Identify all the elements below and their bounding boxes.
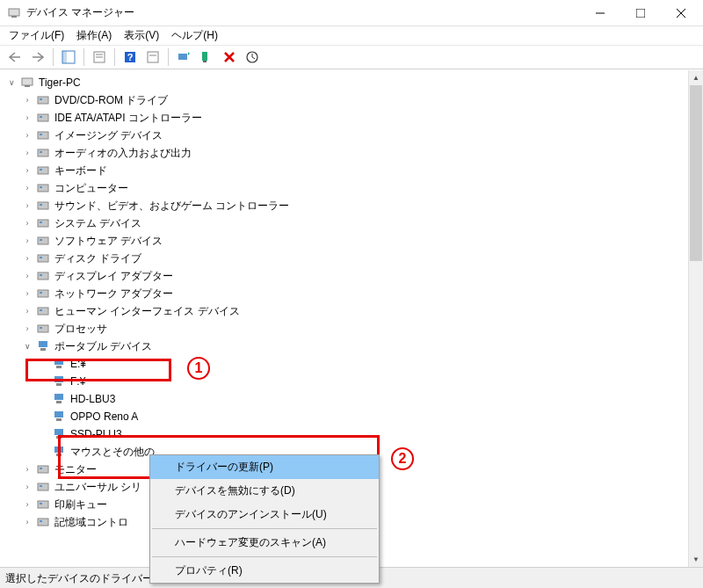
tree-label: SSD-PLU3 [69,427,124,441]
menu-view[interactable]: 表示(V) [119,26,164,45]
tree-category[interactable]: ›サウンド、ビデオ、およびゲーム コントローラー [5,197,703,214]
device-category-icon [36,181,50,195]
maximize-button[interactable] [620,0,661,25]
ctx-disable-device[interactable]: デバイスを無効にする(D) [150,479,379,503]
svg-rect-45 [38,308,48,315]
scroll-down-arrow[interactable]: ▼ [689,552,703,567]
disable-button[interactable] [220,47,239,67]
chevron-right-icon[interactable]: › [21,272,33,280]
chevron-right-icon[interactable]: › [21,96,33,105]
chevron-right-icon[interactable]: › [21,166,33,175]
forward-button[interactable] [28,47,47,67]
svg-rect-48 [40,327,42,329]
svg-rect-29 [38,167,48,174]
svg-rect-60 [56,436,62,439]
ctx-scan-hardware[interactable]: ハードウェア変更のスキャン(A) [150,531,379,555]
menu-action[interactable]: 操作(A) [71,26,117,45]
scroll-thumb[interactable] [690,85,702,261]
action-button[interactable] [143,47,163,67]
svg-rect-65 [38,483,48,490]
menu-file[interactable]: ファイル(F) [4,26,69,45]
chevron-right-icon[interactable]: › [21,500,33,509]
scan-hardware-button[interactable] [243,47,262,67]
chevron-right-icon[interactable]: › [21,465,33,474]
svg-rect-36 [40,221,42,223]
svg-rect-34 [40,204,42,206]
minimize-button[interactable] [580,0,620,25]
device-category-icon [36,515,50,529]
chevron-right-icon[interactable]: › [21,518,33,526]
svg-rect-64 [40,468,42,469]
chevron-right-icon[interactable]: › [21,201,33,210]
scroll-up-arrow[interactable]: ▲ [689,70,703,85]
ctx-update-driver[interactable]: ドライバーの更新(P) [150,455,379,479]
close-button[interactable] [661,0,701,25]
chevron-down-icon[interactable]: ∨ [21,342,33,351]
help-button[interactable]: ? [120,47,140,67]
ctx-uninstall-device[interactable]: デバイスのアンインストール(U) [150,503,379,526]
svg-rect-50 [40,348,46,351]
chevron-right-icon[interactable]: › [21,236,33,245]
tree-device-item[interactable]: ›OPPO Reno A [5,408,703,425]
chevron-right-icon[interactable]: › [21,307,33,316]
tree-device-item[interactable]: ›SSD-PLU3 [5,425,703,443]
tree-category[interactable]: ›ディスプレイ アダプター [5,267,703,285]
vertical-scrollbar[interactable]: ▲ ▼ [688,70,703,567]
svg-rect-7 [62,51,67,63]
ctx-properties[interactable]: プロパティ(R) [150,559,379,583]
back-button[interactable] [5,47,25,67]
svg-rect-41 [38,272,48,279]
show-hide-tree-button[interactable] [59,47,78,67]
tree-category[interactable]: ›プロセッサ [5,320,703,338]
chevron-right-icon[interactable]: › [21,254,33,263]
chevron-right-icon[interactable]: › [21,219,33,228]
menu-help[interactable]: ヘルプ(H) [166,26,223,45]
update-driver-button[interactable] [174,47,193,67]
chevron-right-icon[interactable]: › [21,149,33,157]
tree-category[interactable]: ›イメージング デバイス [5,127,703,144]
tree-device-item[interactable]: ›F:¥ [5,373,703,390]
device-category-icon [36,93,50,107]
svg-rect-32 [40,186,42,188]
tree-category[interactable]: ›IDE ATA/ATAPI コントローラー [5,109,703,127]
tree-root[interactable]: ∨ Tiger-PC [5,74,703,91]
tree-label: E:¥ [69,357,88,371]
portable-device-icon [52,374,66,388]
tree-category[interactable]: ›ヒューマン インターフェイス デバイス [5,302,703,320]
chevron-right-icon[interactable]: › [21,184,33,192]
tree-category[interactable]: ›キーボード [5,162,703,179]
chevron-right-icon[interactable]: › [21,324,33,333]
svg-rect-58 [56,418,62,421]
chevron-right-icon[interactable]: › [21,483,33,491]
svg-rect-51 [54,359,63,365]
properties-button[interactable] [90,47,109,67]
uninstall-button[interactable] [197,47,216,67]
svg-rect-23 [38,114,48,121]
tree-category[interactable]: ›ソフトウェア デバイス [5,232,703,250]
svg-rect-69 [38,519,48,526]
tree-label: ポータブル デバイス [53,338,154,355]
svg-rect-46 [40,309,42,311]
svg-rect-31 [38,185,48,192]
tree-category[interactable]: ›コンピューター [5,179,703,197]
tree-category-portable[interactable]: ∨ ポータブル デバイス [5,338,703,355]
chevron-right-icon[interactable]: › [21,131,33,140]
device-category-icon [36,216,50,230]
tree-category[interactable]: ›ネットワーク アダプター [5,285,703,302]
svg-rect-26 [40,134,42,135]
tree-category[interactable]: ›DVD/CD-ROM ドライブ [5,91,703,109]
svg-rect-21 [38,97,48,104]
tree-category[interactable]: ›オーディオの入力および出力 [5,144,703,162]
svg-rect-70 [40,520,42,522]
svg-rect-40 [40,257,42,258]
tree-device-item[interactable]: ›HD-LBU3 [5,390,703,408]
tree-category[interactable]: ›ディスク ドライブ [5,250,703,267]
chevron-right-icon[interactable]: › [21,113,33,122]
svg-rect-63 [38,466,48,473]
chevron-down-icon[interactable]: ∨ [5,78,18,87]
portable-device-icon [52,445,66,459]
tree-device-item[interactable]: ›E:¥ [5,355,703,373]
chevron-right-icon[interactable]: › [21,289,33,298]
tree-category[interactable]: ›システム デバイス [5,214,703,232]
titlebar: デバイス マネージャー [0,0,703,26]
